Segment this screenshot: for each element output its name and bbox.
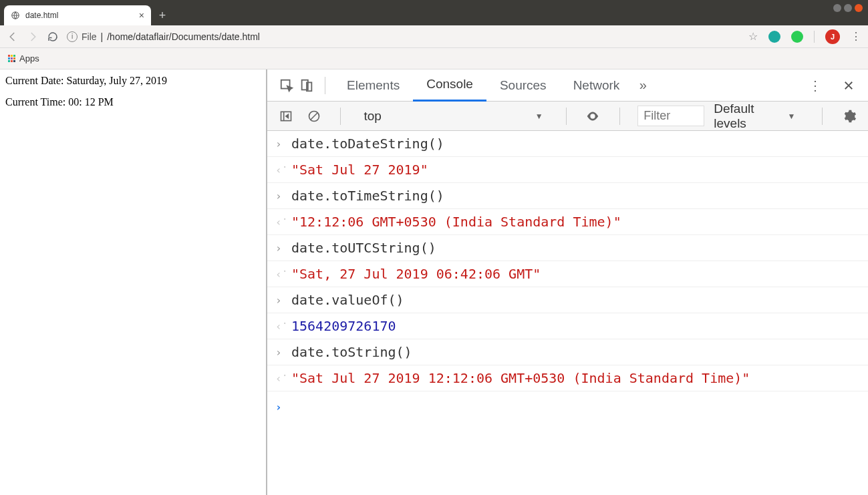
input-chevron-icon [275,132,291,153]
console-command: date.toUTCString() [291,236,436,259]
console-command: date.toTimeString() [291,184,444,207]
console-input-row: date.toString() [267,339,868,365]
console-output-row: "Sat Jul 27 2019 12:12:06 GMT+0530 (Indi… [267,365,868,391]
context-label: top [364,109,381,124]
console-result-string: "Sat, 27 Jul 2019 06:42:06 GMT" [291,263,541,285]
extension-green-icon[interactable] [791,31,803,43]
window-controls [833,4,863,12]
divider [340,108,341,125]
divider [822,108,823,125]
apps-icon[interactable] [8,55,15,62]
console-settings-icon[interactable] [840,106,859,126]
devtools-panel: Elements Console Sources Network » ⋮ to [266,69,868,495]
console-sidebar-toggle-icon[interactable] [277,106,295,126]
bookmark-star-icon[interactable]: ☆ [748,30,758,43]
output-chevron-icon [275,263,291,283]
url-path: /home/dataflair/Documents/date.html [107,31,260,42]
console-result-string: "Sat Jul 27 2019 12:12:06 GMT+0530 (Indi… [291,367,750,389]
window-close-button[interactable] [855,4,863,12]
current-date-text: Current Date: Saturday, July 27, 2019 [5,75,261,87]
input-chevron-icon [275,184,291,205]
console-input-row: date.valueOf() [267,287,868,313]
log-levels-selector[interactable]: Default levels ▼ [714,102,795,131]
input-chevron-icon [275,236,291,257]
url-separator: | [101,31,104,42]
tab-sources[interactable]: Sources [486,69,560,102]
console-input-row: date.toDateString() [267,131,868,157]
device-toolbar-icon[interactable] [297,75,317,96]
browser-tab[interactable]: date.html × [4,5,151,25]
back-button[interactable] [7,31,19,43]
site-info-icon[interactable]: i [67,31,78,42]
current-time-text: Current Time: 00: 12 PM [5,96,261,108]
divider [619,108,620,125]
address-bar[interactable]: i File | /home/dataflair/Documents/date.… [67,31,740,42]
devtools-close-icon[interactable] [839,75,859,96]
divider [814,31,815,43]
reload-button[interactable] [47,31,59,43]
apps-label[interactable]: Apps [19,53,39,63]
console-result-number: 1564209726170 [291,315,396,337]
console-output-row: "12:12:06 GMT+0530 (India Standard Time)… [267,209,868,235]
browser-menu-icon[interactable]: ⋮ [851,30,861,43]
console-result-string: "Sat Jul 27 2019" [291,158,428,181]
output-chevron-icon [275,315,291,335]
levels-label: Default levels [714,102,783,131]
new-tab-button[interactable]: + [154,7,171,24]
more-tabs-icon[interactable]: » [633,75,653,96]
console-output-row: "Sat, 27 Jul 2019 06:42:06 GMT" [267,261,868,287]
console-filter-input[interactable] [637,106,704,126]
divider [566,108,567,125]
svg-point-6 [592,115,595,118]
clear-console-icon[interactable] [305,106,323,126]
execution-context-selector[interactable]: top ▼ [358,109,548,124]
dropdown-icon: ▼ [787,112,795,121]
minimize-button[interactable] [833,4,841,12]
live-expression-icon[interactable] [584,106,603,126]
console-command: date.toDateString() [291,132,444,155]
bookmarks-bar: Apps [0,48,868,69]
maximize-button[interactable] [844,4,852,12]
content-area: Current Date: Saturday, July 27, 2019 Cu… [0,69,868,495]
extension-grammarly-icon[interactable] [768,31,780,43]
console-output-row: 1564209726170 [267,313,868,339]
tab-title: date.html [25,11,134,20]
console-input-row: date.toTimeString() [267,183,868,209]
file-favicon [11,11,20,20]
toolbar-right: ☆ J ⋮ [748,29,861,44]
console-command: date.valueOf() [291,289,404,311]
browser-toolbar: i File | /home/dataflair/Documents/date.… [0,25,868,48]
page-body: Current Date: Saturday, July 27, 2019 Cu… [0,69,266,495]
console-prompt[interactable] [267,391,868,420]
inspect-element-icon[interactable] [277,75,297,96]
titlebar [0,0,868,5]
tab-elements[interactable]: Elements [333,69,413,102]
console-command: date.toString() [291,341,412,363]
console-result-string: "12:12:06 GMT+0530 (India Standard Time)… [291,210,621,233]
devtools-tabbar: Elements Console Sources Network » ⋮ [267,69,868,102]
console-toolbar: top ▼ Default levels ▼ [267,102,868,131]
dropdown-icon: ▼ [535,112,543,121]
divider [325,77,325,94]
tab-console[interactable]: Console [413,69,486,102]
forward-button[interactable] [27,31,39,43]
console-input-row: date.toUTCString() [267,235,868,261]
output-chevron-icon [275,367,291,387]
url-scheme-label: File [82,31,97,42]
input-chevron-icon [275,289,291,309]
output-chevron-icon [275,210,291,231]
input-chevron-icon [275,341,291,361]
prompt-chevron-icon [275,395,291,416]
tab-close-icon[interactable]: × [139,10,144,21]
console-output-row: "Sat Jul 27 2019" [267,157,868,183]
output-chevron-icon [275,158,291,179]
tab-strip: date.html × + [0,5,868,25]
tab-network[interactable]: Network [560,69,633,102]
profile-avatar[interactable]: J [825,29,840,44]
console-output[interactable]: date.toDateString()"Sat Jul 27 2019"date… [267,131,868,495]
devtools-menu-icon[interactable]: ⋮ [805,75,825,96]
